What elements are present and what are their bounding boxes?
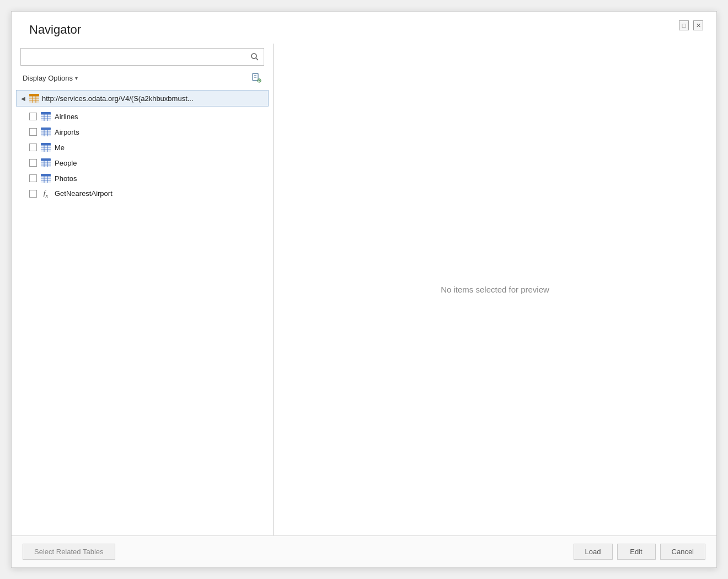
display-options-button[interactable]: Display Options ▾ (20, 73, 80, 83)
item-label-1: Airports (55, 128, 79, 136)
maximize-button[interactable]: □ (679, 20, 689, 30)
suggest-relationships-button[interactable] (249, 70, 264, 86)
tree-child-item[interactable]: Airlines (12, 109, 273, 124)
svg-rect-23 (41, 128, 51, 130)
svg-rect-16 (41, 112, 51, 114)
svg-rect-9 (29, 94, 39, 96)
tree-expand-icon: ◀ (21, 95, 25, 102)
tree-root-item[interactable]: ◀ http://services.odata.org/V4/(S(a2k (16, 90, 269, 107)
table-icon (40, 111, 51, 121)
item-label-5: GetNearestAirport (55, 189, 113, 198)
footer: Select Related Tables Load Edit Cancel (12, 535, 716, 567)
tree-child-item[interactable]: People (12, 155, 273, 171)
item-label-3: People (55, 159, 77, 167)
table-icon (40, 158, 51, 168)
table-icon (40, 142, 51, 152)
item-label-2: Me (55, 144, 65, 152)
edit-button[interactable]: Edit (617, 544, 656, 560)
table-icon (40, 173, 51, 183)
svg-rect-44 (41, 174, 51, 176)
tree-child-item[interactable]: Photos (12, 171, 273, 186)
tree-child-item[interactable]: fx GetNearestAirport (12, 186, 273, 201)
item-checkbox-2[interactable] (29, 144, 37, 151)
window-title: Navigator (12, 12, 716, 44)
root-table-icon (29, 93, 40, 103)
file-link-icon (251, 72, 262, 83)
svg-rect-30 (41, 143, 51, 145)
tree-child-item[interactable]: Me (12, 140, 273, 155)
footer-right: Load Edit Cancel (574, 544, 705, 560)
left-panel: Display Options ▾ (12, 44, 274, 535)
display-options-row: Display Options ▾ (12, 68, 273, 90)
tree-children: Airlines Airports Me (12, 109, 273, 201)
search-icon (250, 52, 259, 61)
right-panel: No items selected for preview (274, 44, 716, 535)
item-label-0: Airlines (55, 113, 78, 121)
svg-rect-37 (41, 158, 51, 161)
item-label-4: Photos (55, 174, 77, 183)
chevron-down-icon: ▾ (75, 75, 78, 81)
function-icon: fx (40, 189, 51, 199)
search-bar (20, 48, 264, 66)
item-checkbox-1[interactable] (29, 128, 37, 136)
load-button[interactable]: Load (574, 544, 613, 560)
item-checkbox-3[interactable] (29, 159, 37, 167)
svg-line-1 (256, 59, 259, 61)
window-controls: □ ✕ (679, 20, 703, 30)
item-checkbox-4[interactable] (29, 174, 37, 182)
tree-child-item[interactable]: Airports (12, 124, 273, 140)
svg-point-0 (251, 54, 256, 59)
close-button[interactable]: ✕ (693, 20, 703, 30)
title-bar: □ ✕ (679, 16, 712, 30)
item-checkbox-5[interactable] (29, 190, 37, 198)
search-button[interactable] (246, 49, 264, 65)
root-label: http://services.odata.org/V4/(S(a2khbuxb… (42, 94, 194, 103)
select-related-tables-button[interactable]: Select Related Tables (23, 544, 115, 560)
cancel-button[interactable]: Cancel (660, 544, 705, 560)
navigator-window: □ ✕ Navigator Display Options (11, 11, 717, 568)
table-icon (40, 127, 51, 137)
item-checkbox-0[interactable] (29, 113, 37, 120)
no-preview-text: No items selected for preview (441, 285, 549, 294)
display-options-label: Display Options (23, 74, 73, 82)
tree-area: ◀ http://services.odata.org/V4/(S(a2k (12, 90, 273, 535)
search-input[interactable] (21, 50, 246, 65)
footer-left: Select Related Tables (23, 544, 115, 560)
content-area: Display Options ▾ (12, 44, 716, 535)
